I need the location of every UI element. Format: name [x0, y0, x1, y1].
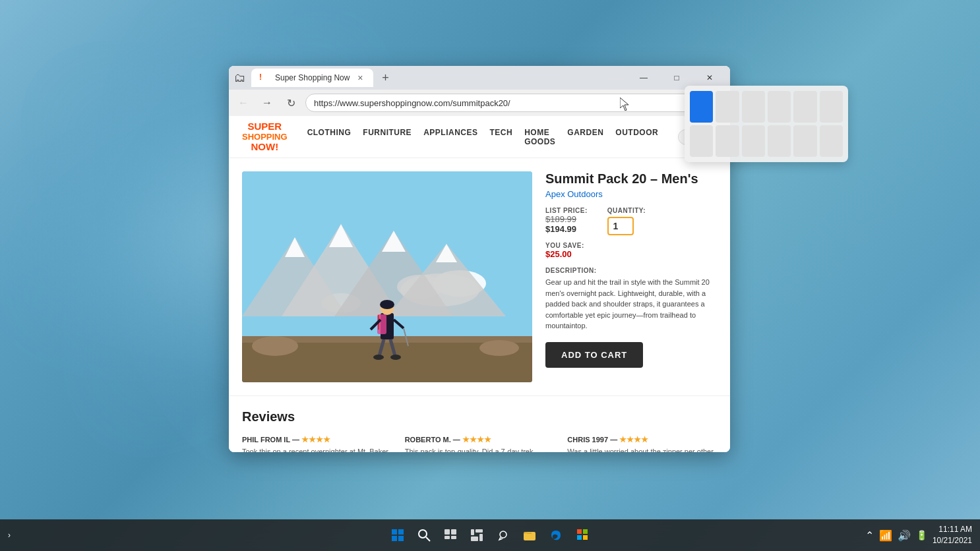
site-navigation: CLOTHING FURNITURE APPLIANCES TECH HOME …: [307, 128, 659, 146]
reviewer-name-3: CHRIS 1997 — ★★★★: [567, 435, 717, 444]
description-label: DESCRIPTION:: [545, 267, 717, 274]
forward-button[interactable]: →: [258, 94, 276, 112]
refresh-button[interactable]: ↻: [282, 94, 300, 112]
svg-rect-38: [398, 536, 404, 541]
tab-favicon: !: [259, 72, 270, 83]
price-section: LIST PRICE: $189.99 $194.99 QUANTITY:: [545, 207, 717, 235]
system-tray[interactable]: ⌃: [865, 529, 874, 542]
review-text-3: Was a little worried about the zipper pe…: [567, 447, 717, 452]
nav-outdoor[interactable]: OUTDOOR: [615, 128, 658, 146]
back-button[interactable]: ←: [234, 94, 253, 112]
quantity-input[interactable]: [607, 217, 634, 235]
review-text-1: Took this on a recent overnighter at Mt.…: [242, 447, 392, 452]
tab-thumb-4[interactable]: [768, 91, 791, 123]
reviews-title: Reviews: [242, 409, 717, 424]
browser-chrome: 🗂 ! Super Shopping Now × + — □ ✕ ← →: [229, 66, 730, 116]
site-header: SUPER SHOPPING NOW! CLOTHING FURNITURE A…: [229, 116, 730, 158]
tab-thumb-3[interactable]: [742, 91, 765, 123]
nav-home-goods[interactable]: HOME GOODS: [524, 128, 555, 146]
svg-rect-43: [444, 536, 450, 539]
system-tray-chevron[interactable]: ›: [8, 531, 11, 540]
quantity-group: QUANTITY:: [607, 207, 646, 235]
svg-rect-51: [577, 529, 582, 534]
review-item: PHIL FROM IL — ★★★★ Took this on a recen…: [242, 435, 392, 452]
product-brand[interactable]: Apex Outdoors: [545, 189, 717, 199]
taskbar-center: [386, 523, 594, 547]
svg-rect-48: [479, 534, 483, 541]
product-image-svg: [242, 171, 532, 382]
taskbar: ›: [0, 519, 980, 551]
tab-thumb-12[interactable]: [820, 125, 843, 157]
url-text: https://www.supershoppingnow.com/summitp…: [314, 98, 510, 108]
reviewer-name-1: PHIL FROM IL — ★★★★: [242, 435, 392, 444]
quantity-label: QUANTITY:: [607, 207, 646, 214]
nav-appliances[interactable]: APPLIANCES: [423, 128, 477, 146]
nav-tech[interactable]: TECH: [489, 128, 512, 146]
description-section: DESCRIPTION: Gear up and hit the trail i…: [545, 267, 717, 332]
svg-point-32: [373, 355, 384, 360]
svg-rect-47: [471, 536, 478, 541]
browser-window: 🗂 ! Super Shopping Now × + — □ ✕ ← →: [229, 66, 730, 452]
start-button[interactable]: [386, 523, 410, 547]
tab-thumb-2[interactable]: [716, 91, 739, 123]
svg-line-40: [426, 537, 430, 541]
product-image: [242, 171, 532, 382]
tab-close-button[interactable]: ×: [355, 72, 365, 83]
tab-thumb-11[interactable]: [793, 125, 816, 157]
nav-furniture[interactable]: FURNITURE: [363, 128, 412, 146]
svg-rect-45: [471, 529, 474, 535]
original-price: $189.99: [545, 214, 588, 224]
svg-rect-54: [583, 535, 588, 540]
taskbar-right: ⌃ 📶 🔊 🔋 11:11 AM 10/21/2021: [865, 524, 972, 546]
product-title: Summit Pack 20 – Men's: [545, 171, 717, 187]
tab-thumb-5[interactable]: [793, 91, 816, 123]
clock-time: 11:11 AM: [933, 524, 972, 535]
browser-toolbar: ← → ↻ https://www.supershoppingnow.com/s…: [229, 90, 730, 116]
volume-icon: 🔊: [898, 529, 911, 542]
browser-tab[interactable]: ! Super Shopping Now ×: [251, 69, 373, 87]
chat-button[interactable]: [491, 523, 515, 547]
desktop: 🗂 ! Super Shopping Now × + — □ ✕ ← →: [0, 0, 980, 551]
svg-rect-44: [451, 536, 456, 539]
tab-thumb-10[interactable]: [768, 125, 791, 157]
svg-rect-52: [583, 529, 588, 534]
svg-rect-46: [475, 529, 483, 533]
tab-thumb-7[interactable]: [690, 125, 713, 157]
nav-garden[interactable]: GARDEN: [567, 128, 603, 146]
nav-clothing[interactable]: CLOTHING: [307, 128, 352, 146]
store-button[interactable]: [570, 523, 594, 547]
task-view-button[interactable]: [439, 523, 462, 547]
browser-titlebar: 🗂 ! Super Shopping Now × + — □ ✕: [229, 66, 730, 90]
website-content: SUPER SHOPPING NOW! CLOTHING FURNITURE A…: [229, 116, 730, 452]
review-item-2: ROBERTO M. — ★★★★ This pack is top-quali…: [405, 435, 555, 452]
product-section: Summit Pack 20 – Men's Apex Outdoors LIS…: [229, 158, 730, 395]
extensions-icon[interactable]: 🗂: [234, 71, 246, 85]
you-save-label: YOU SAVE:: [545, 242, 717, 249]
address-bar[interactable]: https://www.supershoppingnow.com/summitp…: [305, 94, 725, 112]
svg-point-26: [380, 300, 394, 309]
tab-thumb-8[interactable]: [716, 125, 739, 157]
edge-browser-button[interactable]: [544, 523, 568, 547]
reviewer-name-2: ROBERTO M. — ★★★★: [405, 435, 555, 444]
svg-rect-53: [577, 535, 582, 540]
svg-point-20: [252, 336, 298, 356]
tab-thumb-6[interactable]: [820, 91, 843, 123]
tab-thumb-1[interactable]: [690, 91, 713, 123]
maximize-button[interactable]: □: [661, 67, 692, 88]
battery-icon: 🔋: [916, 530, 927, 540]
wifi-icon: 📶: [879, 529, 892, 542]
new-tab-button[interactable]: +: [376, 69, 394, 87]
reviews-grid: PHIL FROM IL — ★★★★ Took this on a recen…: [242, 435, 717, 452]
search-taskbar-button[interactable]: [412, 523, 436, 547]
tab-thumb-9[interactable]: [742, 125, 765, 157]
savings-section: YOU SAVE: $25.00: [545, 242, 717, 259]
taskbar-clock[interactable]: 11:11 AM 10/21/2021: [933, 524, 972, 546]
description-text: Gear up and hit the trail in style with …: [545, 277, 717, 332]
add-to-cart-button[interactable]: ADD TO CART: [545, 342, 643, 368]
tab-switcher-overlay[interactable]: [685, 86, 848, 162]
widgets-button[interactable]: [465, 523, 489, 547]
file-explorer-button[interactable]: [518, 523, 541, 547]
list-price-label: LIST PRICE:: [545, 207, 588, 214]
minimize-button[interactable]: —: [628, 67, 659, 88]
savings-amount: $25.00: [545, 249, 717, 259]
